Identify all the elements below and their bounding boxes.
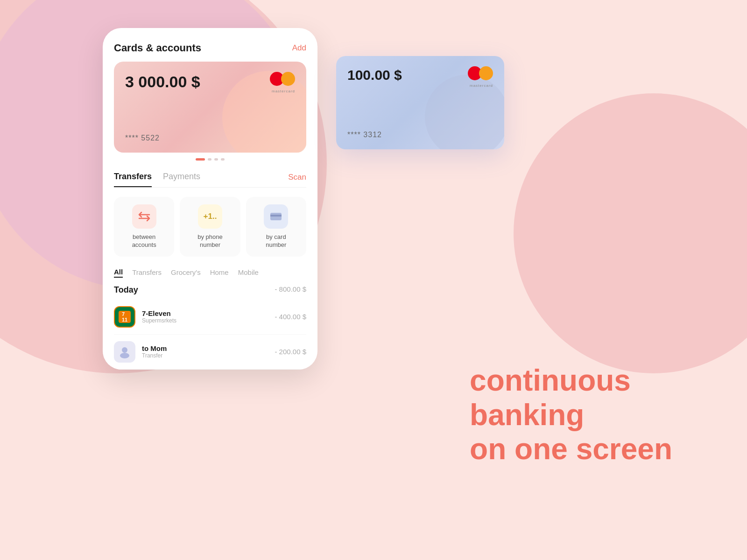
tagline-block: continuous banking on one screen bbox=[470, 364, 672, 467]
dot-4 bbox=[221, 158, 225, 161]
filter-transfers[interactable]: Transfers bbox=[132, 268, 162, 277]
scan-button[interactable]: Scan bbox=[288, 173, 306, 187]
svg-rect-2 bbox=[272, 217, 275, 219]
by-card-label: by cardnumber bbox=[266, 233, 286, 249]
transfer-by-card[interactable]: by cardnumber bbox=[246, 197, 306, 257]
svg-rect-1 bbox=[270, 215, 282, 217]
dot-3 bbox=[214, 158, 218, 161]
transaction-7eleven[interactable]: 711 7-Eleven Supermsrkets - 400.00 $ bbox=[114, 300, 306, 335]
tab-transfers[interactable]: Transfers bbox=[114, 172, 152, 187]
cards-section-header: Cards & accounts Add bbox=[114, 42, 306, 54]
secondary-mc-orange bbox=[479, 66, 493, 80]
mc-label-text: mastercard bbox=[272, 89, 295, 93]
tagline-line1: continuous bbox=[470, 364, 672, 398]
seven-eleven-logo: 711 bbox=[114, 306, 135, 328]
card-dots bbox=[114, 158, 306, 161]
mom-logo bbox=[114, 341, 135, 363]
main-tabs: Transfers Payments Scan bbox=[114, 172, 306, 188]
transaction-mom[interactable]: to Mom Transfer - 200.00 $ bbox=[114, 335, 306, 370]
add-card-button[interactable]: Add bbox=[292, 43, 306, 53]
transaction-7eleven-name: 7-Eleven bbox=[142, 309, 275, 317]
primary-card[interactable]: mastercard 3 000.00 $ **** 5522 bbox=[114, 62, 306, 153]
transaction-mom-info: to Mom Transfer bbox=[142, 344, 275, 359]
by-card-icon bbox=[264, 204, 288, 229]
transaction-7eleven-sub: Supermsrkets bbox=[142, 317, 275, 324]
mc-orange-circle bbox=[281, 72, 295, 86]
main-container: Cards & accounts Add mastercard 3 000.00… bbox=[103, 28, 504, 370]
dot-1 bbox=[196, 158, 205, 161]
tagline-line2: banking bbox=[470, 398, 672, 433]
svg-point-4 bbox=[120, 353, 129, 358]
secondary-card[interactable]: mastercard 100.00 $ **** 3312 bbox=[336, 56, 504, 149]
transaction-7eleven-amount: - 400.00 $ bbox=[275, 313, 306, 321]
primary-card-number: **** 5522 bbox=[125, 134, 160, 142]
filter-tabs: All Transfers Grocery's Home Mobile bbox=[114, 268, 306, 278]
bg-circle-right bbox=[514, 93, 747, 373]
transaction-mom-name: to Mom bbox=[142, 344, 275, 352]
cards-section-title: Cards & accounts bbox=[114, 42, 201, 54]
filter-mobile[interactable]: Mobile bbox=[238, 268, 259, 277]
dot-2 bbox=[208, 158, 211, 161]
secondary-mc-label: mastercard bbox=[470, 84, 493, 88]
filter-home[interactable]: Home bbox=[210, 268, 229, 277]
mastercard-logo: mastercard bbox=[270, 72, 295, 86]
seven-eleven-inner: 711 bbox=[119, 311, 131, 323]
transfer-by-phone[interactable]: +1.. by phonenumber bbox=[180, 197, 240, 257]
by-phone-label: by phonenumber bbox=[197, 233, 223, 249]
transaction-mom-sub: Transfer bbox=[142, 352, 275, 359]
filter-all[interactable]: All bbox=[114, 268, 123, 278]
transaction-mom-amount: - 200.00 $ bbox=[275, 348, 306, 356]
tagline-line3: on one screen bbox=[470, 432, 672, 467]
today-label: Today bbox=[114, 285, 138, 295]
today-total: - 800.00 $ bbox=[275, 285, 306, 295]
by-phone-icon: +1.. bbox=[198, 204, 222, 229]
today-section-header: Today - 800.00 $ bbox=[114, 285, 306, 295]
between-accounts-icon bbox=[132, 204, 156, 229]
transaction-7eleven-info: 7-Eleven Supermsrkets bbox=[142, 309, 275, 324]
tab-payments[interactable]: Payments bbox=[163, 172, 200, 187]
filter-groceries[interactable]: Grocery's bbox=[171, 268, 201, 277]
secondary-card-number: **** 3312 bbox=[347, 131, 382, 139]
between-accounts-label: betweenaccounts bbox=[132, 233, 156, 249]
secondary-mastercard-logo: mastercard bbox=[468, 66, 493, 80]
transfer-between-accounts[interactable]: betweenaccounts bbox=[114, 197, 174, 257]
svg-point-3 bbox=[122, 347, 127, 353]
transfer-options: betweenaccounts +1.. by phonenumber by c… bbox=[114, 197, 306, 257]
phone-mockup: Cards & accounts Add mastercard 3 000.00… bbox=[103, 28, 317, 370]
